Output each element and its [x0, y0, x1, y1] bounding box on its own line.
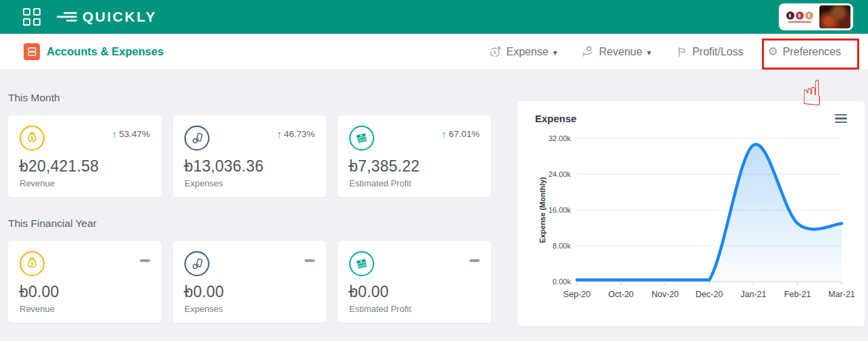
profit-loss-flag-icon — [675, 46, 688, 58]
expense-cycle-icon: $ — [489, 45, 502, 58]
taka-currency-symbol: b — [20, 157, 28, 176]
change-value: 53.47% — [119, 129, 150, 139]
svg-text:0.00k: 0.00k — [553, 278, 571, 286]
page-header: Accounts & Expenses $ Expense Revenue — [0, 34, 868, 70]
section-title-financial-year: This Financial Year — [8, 217, 492, 230]
change-value: 46.73% — [284, 129, 315, 139]
header-nav: $ Expense Revenue Profit/Loss Prefer — [489, 45, 856, 58]
brand-name: QUICKLY — [82, 9, 157, 25]
change-value: 67.01% — [449, 129, 480, 139]
metric-value: b0.00 — [184, 283, 315, 301]
nav-revenue-label: Revenue — [599, 46, 642, 58]
svg-text:8.00k: 8.00k — [553, 242, 571, 250]
increase-arrow-icon: ↑ — [277, 128, 282, 140]
expenses-month-card: ↑ 46.73% b13,036.36 Expenses — [173, 115, 326, 197]
apps-grid-icon[interactable] — [23, 8, 41, 26]
taka-currency-symbol: b — [349, 157, 358, 176]
accounts-app-icon — [24, 43, 40, 60]
nav-revenue[interactable]: Revenue — [582, 45, 651, 58]
svg-text:Nov-20: Nov-20 — [652, 290, 679, 299]
nav-profit-loss[interactable]: Profit/Loss — [675, 46, 744, 58]
topbar: QUICKLY — [0, 0, 868, 34]
cash-stack-icon — [349, 251, 374, 276]
metric-value: b20,421.58 — [20, 157, 150, 176]
expense-area-chart: 32.00k24.00k16.00k8.00k0.00kSep-20Oct-20… — [534, 128, 858, 315]
no-change-dash-icon — [469, 259, 480, 262]
svg-text:Dec-20: Dec-20 — [696, 290, 723, 299]
revenue-year-card: $ b0.00 Revenue — [8, 241, 161, 323]
cash-stack-icon — [349, 126, 374, 151]
brand-logo[interactable]: QUICKLY — [57, 9, 157, 25]
metric-label: Estimated Profit — [349, 304, 480, 314]
chevron-down-icon — [553, 46, 557, 58]
svg-text:Feb-21: Feb-21 — [784, 290, 811, 299]
hand-payment-icon — [184, 126, 209, 151]
metric-label: Expenses — [184, 304, 315, 314]
metric-label: Revenue — [20, 304, 150, 314]
user-photo — [819, 5, 850, 28]
main-content: This Month $ ↑ 53.47% b — [0, 70, 868, 326]
svg-text:Mar-21: Mar-21 — [828, 290, 855, 299]
taka-currency-symbol: b — [184, 283, 193, 301]
expense-chart-card: Expense 32.00k24.00k16.00k8.00k0.00kSep-… — [517, 101, 865, 326]
page-title: Accounts & Expenses — [47, 45, 163, 58]
hand-payment-icon — [184, 251, 209, 276]
section-title-this-month: This Month — [8, 92, 492, 104]
no-change-dash-icon — [305, 259, 315, 262]
svg-text:Oct-20: Oct-20 — [609, 290, 634, 299]
this-month-cards: $ ↑ 53.47% b20,421.58 Revenue — [8, 115, 492, 197]
increase-arrow-icon: ↑ — [442, 128, 447, 140]
change-indicator: ↑ 67.01% — [442, 128, 480, 140]
metric-value: b7,385.22 — [349, 157, 480, 176]
chevron-down-icon — [647, 46, 651, 58]
company-logo — [784, 11, 815, 23]
metric-label: Estimated Profit — [349, 178, 480, 188]
svg-text:Sep-20: Sep-20 — [563, 290, 590, 299]
taka-currency-symbol: b — [184, 157, 193, 176]
metric-value: b13,036.36 — [184, 157, 315, 176]
nav-preferences[interactable]: Preferences — [767, 46, 841, 58]
svg-text:Jan-21: Jan-21 — [740, 290, 766, 299]
change-indicator: ↑ 53.47% — [112, 128, 150, 140]
profit-month-card: ↑ 67.01% b7,385.22 Estimated Profit — [338, 115, 491, 197]
account-chip[interactable] — [779, 3, 853, 30]
gear-icon — [767, 46, 777, 57]
metric-label: Expenses — [184, 178, 315, 188]
svg-text:$: $ — [30, 135, 33, 141]
svg-text:Expense (Monthly): Expense (Monthly) — [538, 177, 546, 243]
revenue-month-card: $ ↑ 53.47% b20,421.58 Revenue — [8, 115, 161, 197]
svg-text:$: $ — [30, 261, 33, 267]
change-indicator: ↑ 46.73% — [277, 128, 315, 140]
nav-expense[interactable]: $ Expense — [489, 45, 557, 58]
no-change-dash-icon — [140, 259, 150, 262]
profit-year-card: b0.00 Estimated Profit — [338, 241, 491, 323]
chart-menu-icon[interactable] — [835, 112, 847, 125]
metric-value: b0.00 — [349, 283, 480, 301]
revenue-hand-icon — [582, 45, 594, 58]
nav-expense-label: Expense — [507, 46, 548, 58]
metric-value: b0.00 — [20, 283, 150, 301]
speed-lines-icon — [57, 10, 80, 24]
taka-currency-symbol: b — [20, 283, 28, 301]
increase-arrow-icon: ↑ — [112, 128, 118, 140]
nav-profit-loss-label: Profit/Loss — [692, 46, 744, 58]
money-bag-icon: $ — [20, 251, 45, 276]
nav-preferences-label: Preferences — [783, 46, 841, 58]
svg-text:24.00k: 24.00k — [548, 170, 571, 178]
expenses-year-card: b0.00 Expenses — [173, 241, 326, 323]
svg-text:$: $ — [493, 49, 496, 55]
financial-year-cards: $ b0.00 Revenue — [8, 241, 492, 323]
metric-label: Revenue — [20, 178, 150, 188]
chart-title: Expense — [535, 113, 577, 124]
money-bag-icon: $ — [20, 126, 45, 151]
svg-text:16.00k: 16.00k — [548, 206, 571, 214]
taka-currency-symbol: b — [349, 283, 358, 301]
svg-text:32.00k: 32.00k — [548, 134, 571, 142]
